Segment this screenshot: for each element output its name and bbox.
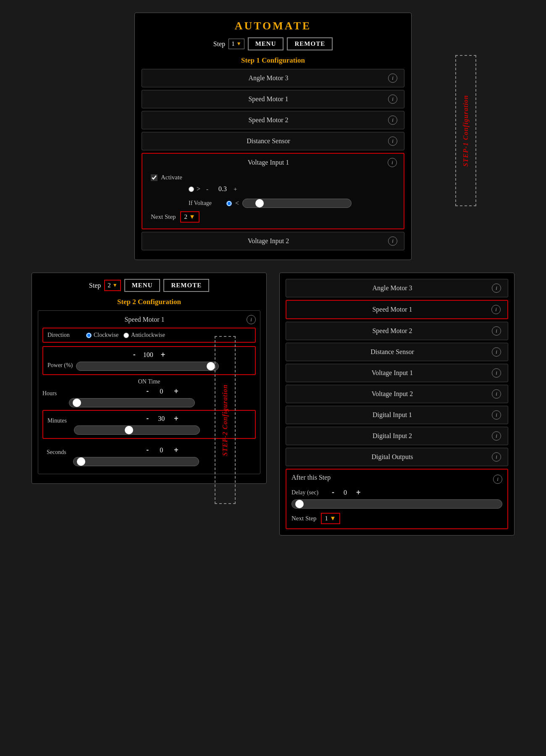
step1-annotation-box: STEP-1 Configuration [455, 55, 476, 206]
voltage-input-1-section[interactable]: Voltage Input 1 i Activate > - 0.3 [142, 153, 404, 229]
power-slider-track[interactable] [76, 362, 219, 371]
info-icon[interactable]: i [493, 475, 502, 484]
seconds-value: 0 [153, 446, 170, 454]
info-icon[interactable]: i [388, 116, 397, 125]
minutes-minus-button[interactable]: - [146, 414, 149, 423]
hours-minus-button[interactable]: - [146, 387, 149, 396]
plus-symbol: + [234, 186, 237, 193]
bl-section-title: Step 2 Configuration [38, 298, 260, 306]
list-item[interactable]: Digital Input 2 i [286, 427, 508, 445]
bl-step-arrow-icon: ▼ [113, 282, 118, 289]
info-icon[interactable]: i [247, 315, 256, 324]
after-this-step-section: After this Step i Delay (sec) - 0 + Next… [286, 469, 508, 529]
info-icon[interactable]: i [388, 236, 397, 246]
delay-plus-button[interactable]: + [356, 488, 361, 497]
greater-radio[interactable] [189, 186, 194, 192]
power-minus-button[interactable]: - [133, 350, 136, 359]
list-item[interactable]: Voltage Input 2 i [286, 385, 508, 403]
bottom-left-step-bar: Step 2 ▼ MENU REMOTE [38, 279, 260, 292]
top-section-title: Step 1 Configuration [142, 56, 404, 65]
list-item-highlighted[interactable]: Speed Motor 1 i [286, 300, 508, 319]
if-voltage-row2: If Voltage < [189, 199, 352, 208]
info-icon[interactable]: i [492, 368, 501, 378]
power-slider-thumb [207, 362, 215, 370]
list-item[interactable]: Digital Outputs i [286, 448, 508, 466]
next-step-arrow-icon: ▼ [189, 213, 195, 220]
item-label: Voltage Input 1 [293, 369, 492, 377]
info-icon[interactable]: i [388, 136, 397, 146]
if-voltage-label2: If Voltage [189, 200, 222, 207]
anticlockwise-option[interactable]: Anticlockwise [123, 332, 165, 339]
info-icon[interactable]: i [492, 284, 501, 293]
info-icon[interactable]: i [492, 452, 501, 462]
list-item[interactable]: Angle Motor 3 i [286, 279, 508, 297]
info-icon[interactable]: i [492, 410, 501, 420]
after-next-step-label: Next Step [291, 515, 317, 522]
voltage-slider-thumb [255, 199, 264, 207]
after-next-step-arrow-icon: ▼ [330, 515, 336, 522]
info-icon[interactable]: i [492, 389, 501, 399]
list-item[interactable]: Speed Motor 2 i [286, 322, 508, 340]
top-step-bar: Step 1 ▼ MENU REMOTE [142, 37, 404, 50]
voltage-value: 0.3 [214, 185, 231, 193]
hours-plus-button[interactable]: + [174, 387, 178, 396]
list-item[interactable]: Angle Motor 3 i [142, 69, 404, 87]
clockwise-option[interactable]: Clockwise [86, 332, 118, 339]
delay-minus-button[interactable]: - [332, 488, 334, 497]
list-item[interactable]: Voltage Input 2 i [142, 232, 404, 250]
delay-value: 0 [337, 489, 354, 496]
minutes-plus-button[interactable]: + [174, 414, 178, 423]
item-label: Digital Input 1 [293, 411, 492, 419]
item-label: Angle Motor 3 [149, 74, 388, 82]
clockwise-radio[interactable] [86, 333, 92, 338]
clockwise-label: Clockwise [94, 332, 118, 339]
top-step-value: 1 [231, 40, 235, 47]
delay-slider-track[interactable] [291, 499, 502, 509]
next-step-dropdown[interactable]: 2 ▼ [180, 211, 200, 223]
item-label: Speed Motor 1 [293, 306, 491, 313]
less-radio[interactable] [226, 201, 232, 206]
bl-step-value: 2 [108, 282, 111, 289]
minutes-value: 30 [153, 415, 170, 423]
step2-annotation-text: STEP-2 Configuration [221, 384, 229, 456]
info-icon[interactable]: i [492, 431, 501, 441]
less-condition-row: < [226, 199, 352, 208]
bl-step-dropdown[interactable]: 2 ▼ [104, 280, 121, 291]
list-item[interactable]: Digital Input 1 i [286, 406, 508, 424]
top-menu-button[interactable]: MENU [248, 37, 284, 50]
item-label: Distance Sensor [149, 137, 388, 145]
list-item[interactable]: Voltage Input 1 i [286, 364, 508, 382]
bl-remote-button[interactable]: REMOTE [163, 279, 209, 292]
list-item[interactable]: Distance Sensor i [142, 132, 404, 150]
speed-motor-title: Speed Motor 1 [42, 316, 247, 323]
activate-checkbox[interactable] [151, 174, 158, 181]
top-step-dropdown[interactable]: 1 ▼ [228, 39, 244, 49]
power-plus-button[interactable]: + [161, 350, 165, 359]
greater-symbol: > [197, 185, 200, 193]
seconds-minus-button[interactable]: - [146, 446, 149, 454]
bl-menu-button[interactable]: MENU [124, 279, 160, 292]
after-next-step-dropdown[interactable]: 1 ▼ [321, 513, 340, 524]
activate-row: Activate [151, 174, 395, 181]
voltage-slider-track[interactable] [242, 199, 352, 208]
seconds-plus-button[interactable]: + [174, 446, 178, 454]
list-item[interactable]: Speed Motor 2 i [142, 111, 404, 129]
top-step-label: Step [213, 40, 225, 48]
list-item[interactable]: Speed Motor 1 i [142, 90, 404, 108]
info-icon[interactable]: i [388, 158, 397, 167]
info-icon[interactable]: i [491, 305, 501, 314]
after-step-title: After this Step [291, 474, 331, 481]
info-icon[interactable]: i [388, 74, 397, 83]
list-item[interactable]: Distance Sensor i [286, 343, 508, 361]
top-remote-button[interactable]: REMOTE [287, 37, 333, 50]
info-icon[interactable]: i [492, 347, 501, 357]
hours-slider-track[interactable] [69, 398, 195, 407]
seconds-slider-track[interactable] [73, 457, 199, 466]
less-symbol: < [235, 200, 239, 207]
minutes-slider-track[interactable] [74, 425, 200, 435]
anticlockwise-radio[interactable] [123, 333, 129, 338]
info-icon[interactable]: i [492, 326, 501, 336]
info-icon[interactable]: i [388, 94, 397, 104]
minutes-label: Minutes [47, 414, 71, 424]
bl-step-label: Step [89, 282, 101, 289]
